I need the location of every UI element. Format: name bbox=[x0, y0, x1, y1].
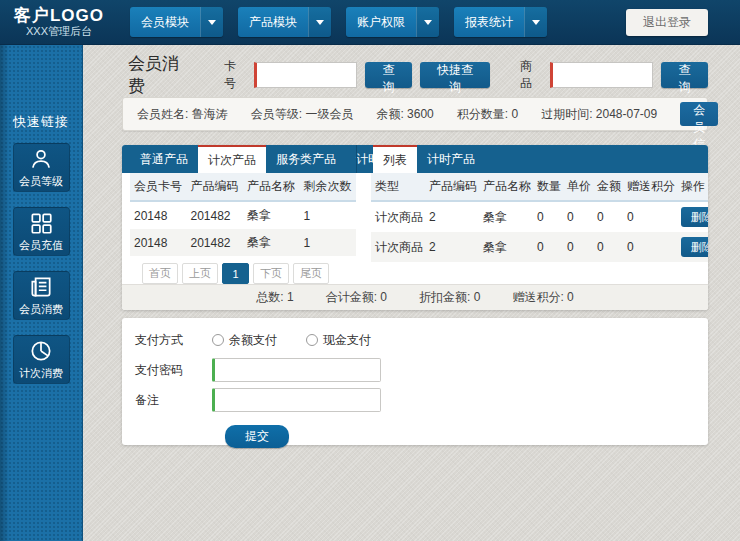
cell-type: 计次商品 bbox=[371, 232, 425, 262]
nav-menu-button[interactable]: 会员模块 bbox=[130, 7, 223, 37]
sidebar-item-label: 会员充值 bbox=[19, 238, 63, 253]
pagination-button[interactable]: 1 bbox=[222, 263, 249, 284]
member-info-bar: 会员姓名: 鲁海涛会员等级: 一级会员余额: 3600积分数量: 0过期时间: … bbox=[122, 97, 708, 131]
member-info-field: 过期时间: 2048-07-09 bbox=[541, 106, 657, 123]
column-header: 产品名称 bbox=[479, 173, 533, 201]
cell-product-code: 201482 bbox=[187, 229, 244, 256]
product-label: 商品 bbox=[520, 58, 543, 92]
pagination-button[interactable]: 上页 bbox=[182, 263, 218, 284]
nav-dropdown-toggle[interactable] bbox=[308, 7, 331, 37]
column-header: 类型 bbox=[371, 173, 425, 201]
nav-menu-button[interactable]: 报表统计 bbox=[454, 7, 547, 37]
product-type-tab[interactable]: 服务类产品 bbox=[266, 145, 346, 173]
product-type-tab[interactable]: 普通产品 bbox=[130, 145, 198, 173]
member-info-button[interactable]: 会员信息 bbox=[680, 102, 718, 126]
member-info-field: 余额: 3600 bbox=[376, 106, 433, 123]
column-header: 数量 bbox=[533, 173, 563, 201]
nav-menu-label: 账户权限 bbox=[346, 7, 416, 37]
payment-method-options: 余额支付 现金支付 bbox=[212, 332, 371, 349]
cart-section: 类型产品编码产品名称数量单价金额赠送积分操作 计次商品 2 桑拿 0 0 0 0… bbox=[356, 173, 708, 284]
nav-menu-label: 产品模块 bbox=[238, 7, 308, 37]
sidebar-item-label: 计次消费 bbox=[19, 366, 63, 381]
radio-icon[interactable] bbox=[306, 334, 318, 346]
member-info-field: 积分数量: 0 bbox=[457, 106, 518, 123]
delete-button[interactable]: 删除 bbox=[681, 237, 708, 257]
news-icon bbox=[28, 274, 54, 300]
member-info-fields: 会员姓名: 鲁海涛会员等级: 一级会员余额: 3600积分数量: 0过期时间: … bbox=[137, 106, 657, 123]
radio-label: 余额支付 bbox=[229, 332, 277, 349]
summary-field: 合计金额: 0 bbox=[326, 289, 387, 306]
sidebar-item-label: 会员等级 bbox=[19, 174, 63, 189]
payment-method-option[interactable]: 现金支付 bbox=[306, 332, 371, 349]
cell-product-name: 桑拿 bbox=[243, 201, 300, 229]
table-row[interactable]: 20148 201482 桑拿 1 bbox=[130, 229, 356, 256]
product-type-tab[interactable]: 计次产品 bbox=[198, 145, 266, 173]
products-panel: 普通产品计次产品服务类产品计时产品 列表计时产品 会员卡号产品编码产品名称剩余次… bbox=[122, 145, 708, 310]
user-icon bbox=[28, 146, 54, 172]
submit-button[interactable]: 提交 bbox=[225, 425, 289, 448]
cell-actions: 删除 bbox=[677, 201, 708, 232]
pagination-button[interactable]: 首页 bbox=[142, 263, 178, 284]
card-query-button[interactable]: 查询 bbox=[365, 62, 412, 88]
logo-subtitle: XXX管理后台 bbox=[0, 25, 118, 38]
page-title: 会员消费 bbox=[128, 52, 193, 98]
payment-method-row: 支付方式 余额支付 现金支付 bbox=[135, 328, 708, 352]
cart-view-tab[interactable]: 计时产品 bbox=[417, 145, 485, 173]
nav-menu-label: 报表统计 bbox=[454, 7, 524, 37]
pagination-button[interactable]: 下页 bbox=[253, 263, 289, 284]
products-panel-body: 会员卡号产品编码产品名称剩余次数 20148 201482 桑拿 1 20148… bbox=[122, 173, 708, 284]
logo-title: 客户LOGO bbox=[0, 6, 118, 25]
nav-menu-button[interactable]: 产品模块 bbox=[238, 7, 331, 37]
cell-product-code: 2 bbox=[425, 201, 479, 232]
cart-view-tabs: 列表计时产品 bbox=[373, 145, 485, 173]
table-row[interactable]: 20148 201482 桑拿 1 bbox=[130, 201, 356, 229]
cart-view-tab[interactable]: 列表 bbox=[373, 145, 417, 173]
column-header: 产品编码 bbox=[425, 173, 479, 201]
delete-button[interactable]: 删除 bbox=[681, 207, 708, 227]
cell-unit-price: 0 bbox=[563, 232, 593, 262]
note-input[interactable] bbox=[212, 388, 381, 412]
cell-product-code: 201482 bbox=[187, 201, 244, 229]
nav-dropdown-toggle[interactable] bbox=[524, 7, 547, 37]
card-number-input[interactable] bbox=[254, 62, 357, 88]
payment-method-label: 支付方式 bbox=[135, 332, 212, 349]
payment-password-label: 支付密码 bbox=[135, 362, 212, 379]
cell-actions: 删除 bbox=[677, 232, 708, 262]
summary-field: 折扣金额: 0 bbox=[419, 289, 480, 306]
column-header: 会员卡号 bbox=[130, 173, 187, 201]
radio-icon[interactable] bbox=[212, 334, 224, 346]
column-header: 剩余次数 bbox=[300, 173, 357, 201]
product-input[interactable] bbox=[550, 62, 653, 88]
cell-remaining-count: 1 bbox=[300, 201, 357, 229]
member-info-field: 会员姓名: 鲁海涛 bbox=[137, 106, 228, 123]
nav-menu-button[interactable]: 账户权限 bbox=[346, 7, 439, 37]
payment-password-row: 支付密码 bbox=[135, 358, 708, 382]
logout-button[interactable]: 退出登录 bbox=[626, 9, 708, 36]
member-products-section: 会员卡号产品编码产品名称剩余次数 20148 201482 桑拿 1 20148… bbox=[122, 173, 356, 284]
sidebar-item-member-recharge[interactable]: 会员充值 bbox=[13, 207, 70, 256]
quick-query-button[interactable]: 快捷查询 bbox=[420, 62, 490, 88]
payment-method-option[interactable]: 余额支付 bbox=[212, 332, 277, 349]
cart-rows: 计次商品 2 桑拿 0 0 0 0 删除 计次商品 2 桑拿 bbox=[371, 201, 708, 262]
top-header-bar: 客户LOGO XXX管理后台 会员模块 产品模块 账户权限 报表统计 退出登录 bbox=[0, 0, 740, 45]
cell-card-number: 20148 bbox=[130, 229, 187, 256]
table-row: 计次商品 2 桑拿 0 0 0 0 删除 bbox=[371, 201, 708, 232]
column-header: 赠送积分 bbox=[623, 173, 677, 201]
table-row: 计次商品 2 桑拿 0 0 0 0 删除 bbox=[371, 232, 708, 262]
nav-dropdown-toggle[interactable] bbox=[416, 7, 439, 37]
quick-links-sidebar: 快速链接 会员等级 会员充值 bbox=[0, 45, 83, 541]
sidebar-heading: 快速链接 bbox=[0, 45, 82, 131]
member-products-rows: 20148 201482 桑拿 1 20148 201482 桑拿 1 bbox=[130, 201, 356, 256]
sidebar-item-count-consume[interactable]: 计次消费 bbox=[13, 335, 70, 384]
sidebar-item-member-level[interactable]: 会员等级 bbox=[13, 143, 70, 192]
sidebar-item-member-consume[interactable]: 会员消费 bbox=[13, 271, 70, 320]
cell-bonus-points: 0 bbox=[623, 201, 677, 232]
payment-password-input[interactable] bbox=[212, 358, 381, 382]
nav-dropdown-toggle[interactable] bbox=[200, 7, 223, 37]
nav-menu-label: 会员模块 bbox=[130, 7, 200, 37]
chevron-down-icon bbox=[532, 20, 540, 25]
member-products-table: 会员卡号产品编码产品名称剩余次数 20148 201482 桑拿 1 20148… bbox=[130, 173, 356, 256]
pagination-button[interactable]: 尾页 bbox=[293, 263, 329, 284]
cell-product-name: 桑拿 bbox=[243, 229, 300, 256]
product-query-button[interactable]: 查询 bbox=[661, 62, 708, 88]
